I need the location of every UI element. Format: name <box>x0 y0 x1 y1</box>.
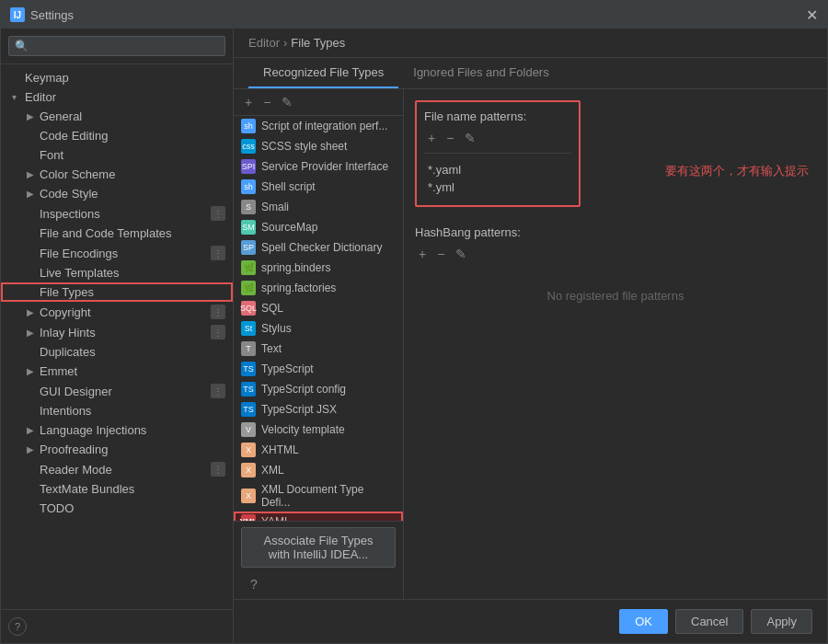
divider <box>424 153 571 154</box>
file-type-label: Spell Checker Dictionary <box>261 241 382 254</box>
sidebar-item-label: Language Injections <box>40 423 146 437</box>
arrow-icon: ▶ <box>27 169 36 179</box>
file-type-label: XML <box>261 464 284 477</box>
list-item[interactable]: SM SourceMap <box>234 217 403 237</box>
cancel-button[interactable]: Cancel <box>675 609 743 634</box>
sidebar-item-file-encodings[interactable]: File Encodings ⋮ <box>1 243 233 263</box>
annotation-text: 要有这两个，才有输入提示 <box>665 163 809 179</box>
associate-file-types-button[interactable]: Associate File Types with IntelliJ IDEA.… <box>241 527 396 568</box>
sidebar-item-general[interactable]: ▶ General <box>1 107 233 126</box>
tab-bar: Recognized File Types Ignored Files and … <box>234 58 827 89</box>
remove-pattern-button[interactable]: − <box>443 129 457 147</box>
sidebar-item-label: Emmet <box>40 364 77 378</box>
file-type-label: Stylus <box>261 322 292 335</box>
edit-file-type-button[interactable]: ✎ <box>278 93 296 111</box>
sidebar-item-editor[interactable]: ▾ Editor <box>1 87 233 107</box>
list-item[interactable]: 🌿 spring.factories <box>234 278 403 298</box>
list-item[interactable]: 🌿 spring.binders <box>234 258 403 278</box>
sidebar-item-label: General <box>40 109 82 123</box>
list-item[interactable]: X XML Document Type Defi... <box>234 480 403 512</box>
sidebar-item-keymap[interactable]: Keymap <box>1 68 233 87</box>
remove-file-type-button[interactable]: − <box>259 93 274 111</box>
tab-ignored[interactable]: Ignored Files and Folders <box>398 58 563 88</box>
sidebar-item-language-injections[interactable]: ▶ Language Injections <box>1 420 233 440</box>
sidebar-item-code-editing[interactable]: Code Editing <box>1 126 233 145</box>
sidebar-item-file-code-templates[interactable]: File and Code Templates <box>1 224 233 243</box>
file-type-label: SQL <box>261 302 283 315</box>
no-patterns-text: No registered file patterns <box>415 270 816 321</box>
file-type-label: spring.binders <box>261 261 330 274</box>
list-item[interactable]: TS TypeScript <box>234 359 403 379</box>
file-type-icon: SQL <box>241 301 256 316</box>
close-button[interactable]: ✕ <box>806 6 818 24</box>
sidebar-item-textmate-bundles[interactable]: TextMate Bundles <box>1 479 233 499</box>
arrow-icon: ▶ <box>27 328 36 338</box>
sidebar-item-label: Font <box>40 148 63 162</box>
hashbang-section: HashBang patterns: + − ✎ No registered f… <box>415 225 816 321</box>
list-item[interactable]: St Stylus <box>234 318 403 339</box>
list-item[interactable]: sh Shell script <box>234 177 403 197</box>
sidebar-item-label: Code Editing <box>40 129 108 143</box>
breadcrumb: Editor › File Types <box>234 29 827 58</box>
sidebar-item-label: File and Code Templates <box>40 226 172 240</box>
nav-tree: Keymap ▾ Editor ▶ General Code Editing F… <box>1 64 233 609</box>
expand-icon: ▾ <box>12 92 21 102</box>
tab-content: + − ✎ sh Script of integration perf... c… <box>234 89 827 599</box>
sidebar-item-todo[interactable]: TODO <box>1 499 233 518</box>
remove-hashbang-button[interactable]: − <box>433 245 448 263</box>
sidebar-item-label: Inlay Hints <box>40 326 96 339</box>
main-content: Keymap ▾ Editor ▶ General Code Editing F… <box>1 29 827 643</box>
list-item-yaml[interactable]: YML YAML <box>234 512 403 521</box>
list-item[interactable]: V Velocity template <box>234 420 403 440</box>
file-type-label: Text <box>261 342 282 355</box>
list-item[interactable]: T Text <box>234 339 403 359</box>
file-type-label: Velocity template <box>261 423 345 436</box>
list-item[interactable]: css SCSS style sheet <box>234 136 403 156</box>
search-input[interactable] <box>8 36 225 56</box>
associate-help-button[interactable]: ? <box>247 575 261 593</box>
apply-button[interactable]: Apply <box>751 609 812 634</box>
edit-hashbang-button[interactable]: ✎ <box>452 245 470 263</box>
list-item[interactable]: X XML <box>234 460 403 480</box>
list-item[interactable]: S Smali <box>234 197 403 217</box>
sidebar-item-inspections[interactable]: Inspections ⋮ <box>1 203 233 224</box>
sidebar-item-copyright[interactable]: ▶ Copyright ⋮ <box>1 302 233 322</box>
list-item[interactable]: TS TypeScript JSX <box>234 399 403 420</box>
sidebar-item-intentions[interactable]: Intentions <box>1 401 233 420</box>
list-item[interactable]: SQL SQL <box>234 298 403 318</box>
tab-recognized[interactable]: Recognized File Types <box>248 58 398 88</box>
sidebar-item-proofreading[interactable]: ▶ Proofreading <box>1 440 233 459</box>
sidebar-item-reader-mode[interactable]: Reader Mode ⋮ <box>1 459 233 479</box>
sidebar-item-label: Color Scheme <box>40 167 115 181</box>
list-item[interactable]: TS TypeScript config <box>234 379 403 399</box>
list-item[interactable]: SPI Service Provider Interface <box>234 156 403 177</box>
edit-pattern-button[interactable]: ✎ <box>461 129 479 147</box>
add-file-type-button[interactable]: + <box>241 93 256 111</box>
hashbang-toolbar: + − ✎ <box>415 245 816 263</box>
sidebar-item-live-templates[interactable]: Live Templates <box>1 263 233 282</box>
file-type-icon: sh <box>241 119 256 133</box>
help-button[interactable]: ? <box>8 617 27 636</box>
sidebar-item-code-style[interactable]: ▶ Code Style <box>1 184 233 203</box>
sidebar-item-file-types[interactable]: File Types <box>1 282 233 302</box>
sidebar-item-duplicates[interactable]: Duplicates <box>1 342 233 362</box>
search-bar[interactable] <box>1 29 233 64</box>
ok-button[interactable]: OK <box>619 609 668 634</box>
file-list-toolbar: + − ✎ <box>234 89 403 116</box>
add-hashbang-button[interactable]: + <box>415 245 430 263</box>
list-item[interactable]: sh Script of integration perf... <box>234 116 403 136</box>
list-item[interactable]: SP Spell Checker Dictionary <box>234 237 403 258</box>
sidebar-item-emmet[interactable]: ▶ Emmet <box>1 362 233 381</box>
patterns-list: *.yaml *.yml <box>424 159 571 198</box>
sidebar: Keymap ▾ Editor ▶ General Code Editing F… <box>1 29 234 643</box>
add-pattern-button[interactable]: + <box>424 129 439 147</box>
patterns-toolbar: + − ✎ <box>424 129 571 147</box>
sidebar-item-inlay-hints[interactable]: ▶ Inlay Hints ⋮ <box>1 322 233 342</box>
sidebar-item-color-scheme[interactable]: ▶ Color Scheme <box>1 165 233 184</box>
file-type-label: Smali <box>261 201 289 213</box>
sidebar-item-gui-designer[interactable]: GUI Designer ⋮ <box>1 381 233 401</box>
file-type-icon-yaml: YML <box>241 514 256 521</box>
file-type-label: Script of integration perf... <box>261 120 387 132</box>
sidebar-item-font[interactable]: Font <box>1 145 233 165</box>
list-item[interactable]: X XHTML <box>234 440 403 460</box>
